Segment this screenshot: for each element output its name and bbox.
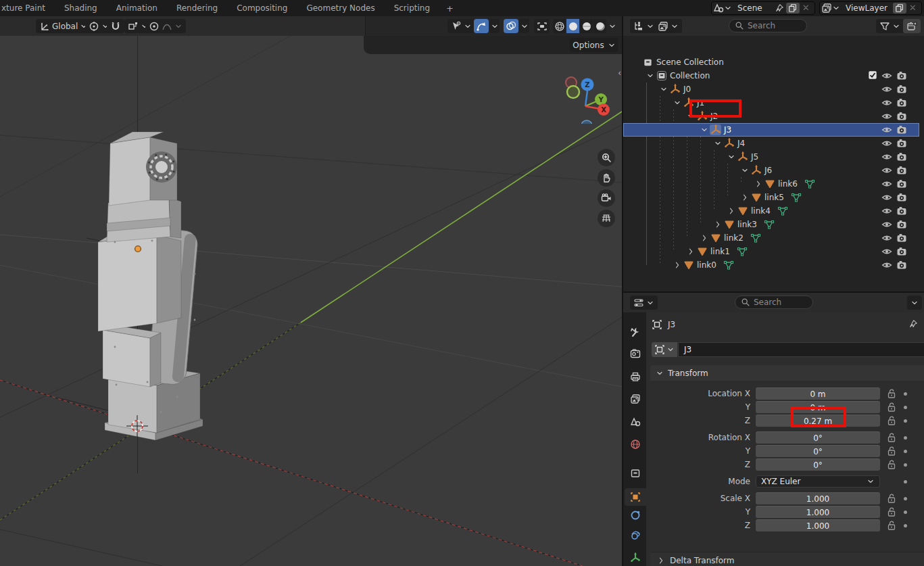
properties-tab-constraints[interactable] — [625, 506, 646, 524]
outliner-item-label[interactable]: link4 — [751, 206, 771, 216]
disable-in-renders-toggle-camera-icon[interactable] — [896, 246, 907, 257]
unlink-scene-button[interactable] — [800, 3, 813, 14]
lock-icon[interactable] — [886, 388, 896, 399]
collapse-icon[interactable] — [725, 153, 737, 161]
lock-icon[interactable] — [886, 506, 896, 517]
filter-dropdown[interactable] — [876, 19, 904, 33]
disable-in-renders-toggle-camera-icon[interactable] — [896, 97, 907, 108]
collapse-icon[interactable] — [698, 126, 710, 134]
properties-tab-output[interactable] — [625, 368, 646, 385]
collapse-icon[interactable] — [644, 72, 656, 80]
new-collection-button[interactable] — [903, 19, 921, 33]
rotation-mode-dropdown[interactable]: XYZ Euler — [756, 475, 880, 488]
outliner-row-link2[interactable]: link2 — [623, 231, 919, 245]
disable-in-renders-toggle-camera-icon[interactable] — [896, 179, 907, 189]
collapse-icon[interactable] — [658, 85, 669, 93]
hide-in-viewport-toggle-eye-icon[interactable] — [881, 219, 892, 230]
outliner-item-label[interactable]: Collection — [670, 71, 710, 80]
outliner-item-label[interactable]: link5 — [764, 193, 784, 202]
outliner-item-label[interactable]: link2 — [724, 233, 744, 243]
expand-icon[interactable] — [752, 180, 764, 188]
lock-icon[interactable] — [886, 432, 896, 443]
hide-in-viewport-toggle-eye-icon[interactable] — [881, 70, 892, 81]
hide-in-viewport-toggle-eye-icon[interactable] — [881, 84, 892, 95]
outliner-row-j3[interactable]: J3 — [623, 123, 919, 137]
shading-dropdown[interactable] — [608, 19, 617, 33]
pin-id-button[interactable] — [908, 319, 918, 329]
animate-property-dot[interactable] — [904, 419, 907, 423]
hide-in-viewport-toggle-eye-icon[interactable] — [881, 260, 892, 270]
options-dropdown[interactable]: Options — [570, 38, 618, 52]
display-mode-dropdown[interactable] — [654, 19, 682, 33]
outliner-item-label[interactable]: link3 — [737, 220, 757, 229]
outliner-row-j5[interactable]: J5 — [623, 150, 919, 164]
hide-in-viewport-toggle-eye-icon[interactable] — [881, 151, 892, 162]
transform-value-field[interactable]: 1.000 — [756, 492, 880, 504]
outliner-row-scene-collection[interactable]: Scene Collection — [623, 55, 919, 69]
expand-icon[interactable] — [698, 234, 710, 242]
pin-icon[interactable] — [773, 3, 786, 14]
transform-value-field[interactable]: 1.000 — [756, 506, 880, 518]
outliner-row-j2[interactable]: J2 — [623, 110, 919, 123]
hide-in-viewport-toggle-eye-icon[interactable] — [881, 111, 892, 122]
outliner-row-link1[interactable]: link1 — [623, 245, 919, 258]
animate-property-dot[interactable] — [904, 511, 907, 514]
gizmos-toggle[interactable] — [474, 19, 489, 33]
outliner-row-collection[interactable]: Collection — [623, 69, 919, 82]
transform-orientation-dropdown[interactable]: Global — [36, 19, 91, 33]
orthographic-button[interactable] — [598, 210, 615, 227]
hide-in-viewport-toggle-eye-icon[interactable] — [881, 165, 892, 176]
disable-in-renders-toggle-camera-icon[interactable] — [896, 165, 907, 176]
camera-view-button[interactable] — [598, 189, 615, 207]
expand-icon[interactable] — [725, 207, 737, 215]
outliner-item-label[interactable]: J5 — [751, 152, 758, 162]
snap-toggle-button[interactable] — [107, 19, 124, 33]
expand-icon[interactable] — [712, 220, 723, 229]
expand-icon[interactable] — [671, 261, 683, 269]
viewport-3d[interactable]: Options Z Y X ‹ — [0, 36, 622, 566]
gizmos-dropdown[interactable] — [489, 19, 500, 33]
scene-selector[interactable]: Scene — [711, 1, 815, 15]
properties-tab-collection[interactable] — [625, 465, 646, 482]
disable-in-renders-toggle-camera-icon[interactable] — [896, 151, 907, 162]
transform-panel-header[interactable]: Transform ⸬ — [650, 365, 924, 381]
outliner-row-link6[interactable]: link6 — [623, 177, 919, 191]
outliner-row-j4[interactable]: J4 — [623, 137, 919, 150]
workspace-tab-scripting[interactable]: Scripting — [385, 0, 439, 16]
outliner-item-label[interactable]: J6 — [764, 166, 772, 175]
disable-in-renders-toggle-camera-icon[interactable] — [896, 219, 907, 230]
properties-search-input[interactable]: Search — [735, 296, 813, 309]
outliner-row-j0[interactable]: J0 — [623, 82, 919, 96]
overlays-dropdown[interactable] — [519, 19, 529, 33]
collection-checkbox[interactable] — [868, 70, 877, 81]
lock-icon[interactable] — [886, 520, 896, 531]
animate-property-dot[interactable] — [904, 463, 907, 467]
view-layer-name[interactable]: ViewLayer — [840, 3, 893, 13]
animate-property-dot[interactable] — [904, 436, 907, 440]
transform-value-field[interactable]: 1.000 — [756, 519, 880, 532]
outliner-item-label[interactable]: link0 — [697, 260, 716, 270]
lock-icon[interactable] — [886, 493, 896, 504]
outliner-row-link5[interactable]: link5 — [623, 191, 919, 204]
workspace-tab-rendering[interactable]: Rendering — [167, 0, 227, 16]
show-gizmo-dropdown[interactable] — [447, 19, 475, 33]
duplicate-view-layer-button[interactable] — [893, 3, 906, 14]
outliner-item-label[interactable]: Scene Collection — [656, 57, 724, 67]
disable-in-renders-toggle-camera-icon[interactable] — [896, 206, 907, 216]
disable-in-renders-toggle-camera-icon[interactable] — [896, 84, 907, 95]
properties-options-dropdown[interactable] — [907, 296, 922, 310]
animate-property-dot[interactable] — [904, 406, 907, 409]
outliner-row-link0[interactable]: link0 — [623, 258, 919, 272]
workspace-tab-shading[interactable]: Shading — [55, 0, 107, 16]
outliner-item-label[interactable]: J3 — [724, 125, 731, 135]
hide-in-viewport-toggle-eye-icon[interactable] — [881, 179, 892, 189]
transform-value-field[interactable]: 0° — [756, 458, 880, 471]
transform-value-field[interactable]: 0 m — [756, 387, 880, 400]
transform-value-field[interactable]: 0° — [756, 431, 880, 444]
lock-icon[interactable] — [886, 402, 896, 412]
workspace-tab-compositing[interactable]: Compositing — [227, 0, 297, 16]
zoom-button[interactable] — [598, 149, 615, 166]
disable-in-renders-toggle-camera-icon[interactable] — [896, 111, 907, 122]
outliner-row-j6[interactable]: J6 — [623, 164, 919, 177]
view-layer-selector[interactable]: ViewLayer — [819, 1, 922, 15]
